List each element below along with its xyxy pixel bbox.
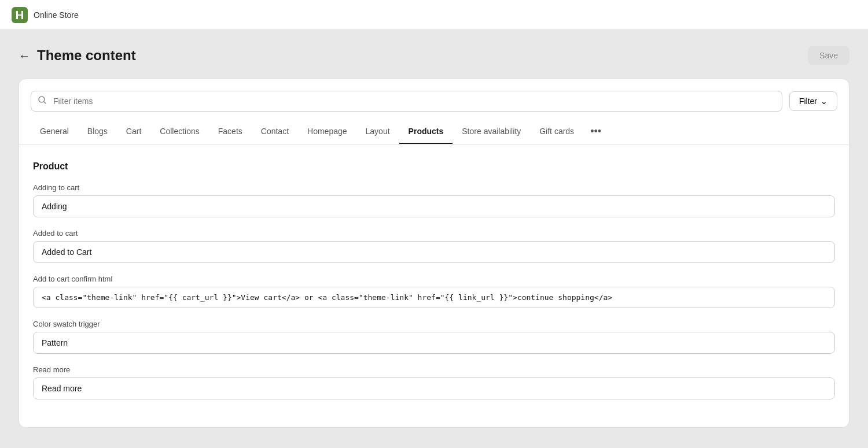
tab-products[interactable]: Products [399, 120, 453, 144]
field-label-color-swatch-trigger: Color swatch trigger [33, 320, 835, 328]
field-label-adding-to-cart: Adding to cart [33, 183, 835, 192]
tab-gift-cards[interactable]: Gift cards [530, 120, 583, 144]
filter-button-label: Filter [799, 97, 817, 106]
nav-title: Online Store [34, 10, 79, 20]
field-input-read-more[interactable] [33, 377, 835, 399]
page-wrapper: ← Theme content Save Filter ⌄ [0, 30, 868, 444]
tab-cart[interactable]: Cart [117, 120, 150, 144]
filter-input[interactable] [31, 91, 782, 112]
field-label-read-more: Read more [33, 365, 835, 374]
field-input-added-to-cart[interactable] [33, 241, 835, 263]
save-button[interactable]: Save [808, 46, 849, 65]
field-label-add-to-cart-confirm-html: Add to cart confirm html [33, 275, 835, 283]
tab-store-availability[interactable]: Store availability [453, 120, 530, 144]
back-button[interactable]: ← [19, 50, 30, 61]
tab-general[interactable]: General [31, 120, 78, 144]
page-title: Theme content [37, 47, 136, 64]
page-header-left: ← Theme content [19, 47, 136, 64]
field-group-color-swatch-trigger: Color swatch trigger [33, 320, 835, 354]
tabs-more-button[interactable]: ••• [586, 119, 606, 145]
page-header: ← Theme content Save [19, 46, 849, 65]
tab-facets[interactable]: Facets [209, 120, 252, 144]
field-group-read-more: Read more [33, 365, 835, 399]
field-input-add-to-cart-confirm-html[interactable] [33, 287, 835, 308]
field-input-adding-to-cart[interactable] [33, 195, 835, 217]
tabs-wrapper: General Blogs Cart Collections Facets Co… [19, 119, 849, 145]
tab-contact[interactable]: Contact [252, 120, 298, 144]
content-area: Product Adding to cart Added to cart Add… [19, 145, 849, 427]
search-wrapper [31, 91, 782, 112]
field-group-added-to-cart: Added to cart [33, 229, 835, 263]
field-label-added-to-cart: Added to cart [33, 229, 835, 238]
tab-homepage[interactable]: Homepage [298, 120, 356, 144]
filter-button[interactable]: Filter ⌄ [789, 91, 837, 111]
filter-bar: Filter ⌄ [19, 79, 849, 112]
search-icon [38, 95, 47, 107]
filter-chevron-icon: ⌄ [821, 97, 827, 106]
main-card: Filter ⌄ General Blogs Cart Collections … [19, 79, 849, 428]
field-group-adding-to-cart: Adding to cart [33, 183, 835, 217]
section-title: Product [33, 161, 835, 172]
app-logo [12, 7, 28, 23]
field-group-add-to-cart-confirm-html: Add to cart confirm html [33, 275, 835, 308]
tab-collections[interactable]: Collections [150, 120, 208, 144]
tab-layout[interactable]: Layout [356, 120, 399, 144]
field-input-color-swatch-trigger[interactable] [33, 332, 835, 354]
top-nav-bar: Online Store [0, 0, 868, 30]
tab-blogs[interactable]: Blogs [78, 120, 117, 144]
